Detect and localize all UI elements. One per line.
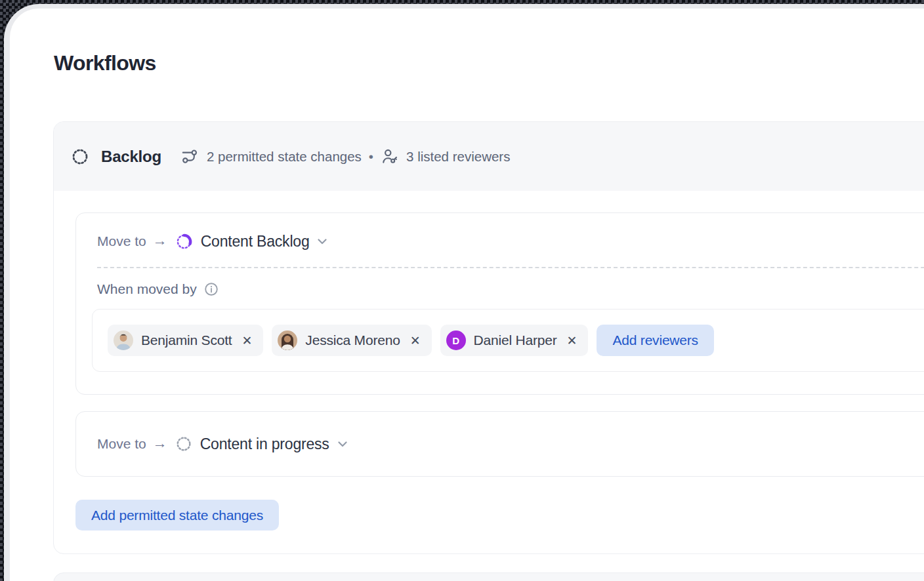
progress-circle-purple-icon <box>175 233 193 250</box>
next-workflow-card-header <box>53 572 924 581</box>
add-permitted-state-changes-button[interactable]: Add permitted state changes <box>75 500 279 531</box>
workflow-card-header: Backlog 2 permitted state changes • <box>54 122 924 191</box>
when-moved-by-row: When moved by <box>97 280 924 298</box>
backlog-status-icon <box>71 148 89 166</box>
chevron-down-icon <box>336 437 349 451</box>
reviewer-chip[interactable]: D Daniel Harper ✕ <box>440 325 589 356</box>
rule-card-content-backlog: Move to → Content Backlog <box>75 212 924 395</box>
reviewers-icon <box>381 148 398 165</box>
workflow-card-backlog: Backlog 2 permitted state changes • <box>53 121 924 554</box>
rule-move-row: Move to → Content Backlog <box>97 230 924 252</box>
remove-reviewer-icon[interactable]: ✕ <box>410 334 421 347</box>
move-to-label: Move to <box>97 233 146 249</box>
arrow-right-icon: → <box>153 435 167 452</box>
dashed-divider <box>97 267 924 268</box>
chevron-down-icon <box>316 235 329 248</box>
workflows-page: Workflows Backlog <box>10 9 924 581</box>
avatar-daniel-harper: D <box>446 331 466 350</box>
dashed-circle-gray-icon <box>175 435 192 452</box>
reviewer-chip[interactable]: Jessica Moreno ✕ <box>272 325 431 356</box>
target-state-dropdown[interactable]: Content in progress <box>175 435 349 453</box>
move-to-label: Move to <box>97 436 146 452</box>
info-icon[interactable] <box>204 282 219 296</box>
meta-dot-separator: • <box>369 149 373 165</box>
arrow-right-icon: → <box>153 232 167 249</box>
target-state-dropdown[interactable]: Content Backlog <box>175 233 329 250</box>
target-state-name: Content Backlog <box>201 233 310 250</box>
add-reviewers-button[interactable]: Add reviewers <box>597 325 713 356</box>
workflow-state-name: Backlog <box>101 148 161 166</box>
reviewer-chip[interactable]: Benjamin Scott ✕ <box>108 325 263 356</box>
workflow-meta: 2 permitted state changes • 3 listed rev… <box>181 148 510 165</box>
reviewer-name: Daniel Harper <box>474 332 557 348</box>
page-title: Workflows <box>54 51 924 75</box>
target-state-name: Content in progress <box>200 435 329 453</box>
state-transitions-icon <box>181 148 199 165</box>
workflow-card-body: Move to → Content Backlog <box>54 191 924 553</box>
listed-reviewers-count: 3 listed reviewers <box>406 149 510 165</box>
reviewer-name: Jessica Moreno <box>305 332 400 348</box>
permitted-changes-count: 2 permitted state changes <box>207 149 362 165</box>
app-window: Workflows Backlog <box>10 9 924 581</box>
remove-reviewer-icon[interactable]: ✕ <box>242 334 252 347</box>
reviewer-name: Benjamin Scott <box>141 332 232 348</box>
when-moved-by-label: When moved by <box>97 281 197 297</box>
reviewers-field: Benjamin Scott ✕ <box>92 309 924 372</box>
remove-reviewer-icon[interactable]: ✕ <box>567 334 578 347</box>
rule-card-content-in-progress: Move to → Content in progress <box>75 411 924 477</box>
avatar-benjamin-scott <box>114 331 133 350</box>
avatar-jessica-moreno <box>278 331 297 350</box>
